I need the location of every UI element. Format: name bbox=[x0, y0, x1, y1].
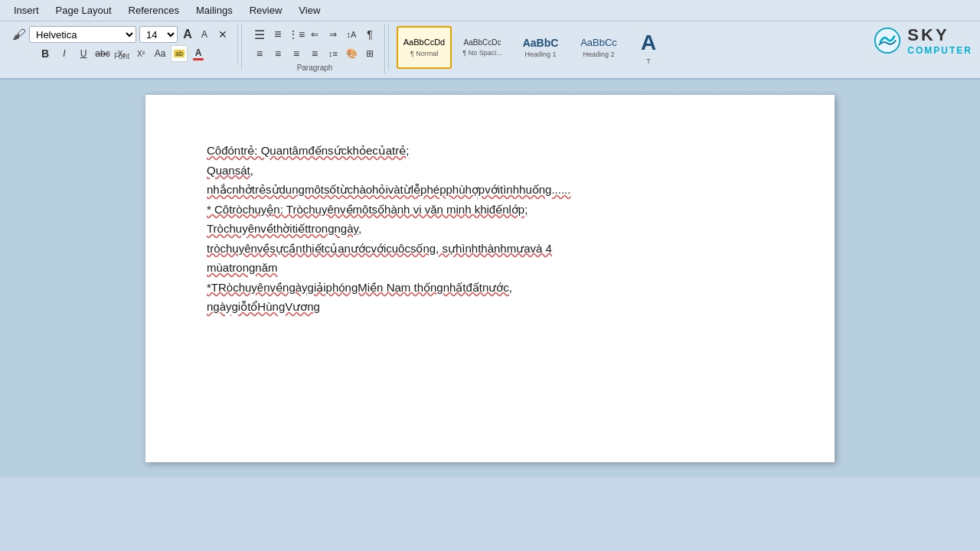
paragraph-styles-divider bbox=[388, 24, 389, 70]
bullet-list-btn[interactable]: ☰ bbox=[251, 26, 268, 43]
font-size-select[interactable]: 14 891011 12161824 bbox=[139, 26, 178, 43]
font-paragraph-divider bbox=[241, 24, 242, 70]
style-title-preview: A bbox=[641, 30, 656, 56]
styles-group: AaBbCcDd ¶ Normal AaBbCcDc ¶ No Spaci...… bbox=[392, 24, 672, 70]
menu-page-layout[interactable]: Page Layout bbox=[48, 3, 119, 18]
borders-btn[interactable]: ⊞ bbox=[361, 45, 378, 62]
menu-references[interactable]: References bbox=[121, 3, 187, 18]
shading-btn[interactable]: 🎨 bbox=[343, 45, 360, 62]
font-size-decrease-btn[interactable]: A bbox=[198, 28, 211, 41]
doc-line-0: Côđóntrẻ: Quantâmđếnsứckhỏecủatrẻ; bbox=[207, 141, 773, 161]
font-group: 🖌 Helvetica Arial Times New Roman 14 891… bbox=[6, 24, 238, 64]
document-page[interactable]: Côđóntrẻ: Quantâmđếnsứckhỏecủatrẻ; Quans… bbox=[145, 95, 835, 462]
style-heading1[interactable]: AaBbC Heading 1 bbox=[513, 26, 568, 69]
doc-line-7: *TRòchuyênvềngàygiảiphóngMiền Nam thốngn… bbox=[207, 278, 773, 298]
align-left-btn[interactable]: ≡ bbox=[251, 45, 268, 62]
doc-line-2: nhắcnhởtrẻsửdungmôtsốtừchàohỏivàtừlễphép… bbox=[207, 180, 773, 200]
doc-line-1: Quansát, bbox=[207, 161, 773, 181]
style-h2-preview: AaBbCc bbox=[580, 37, 617, 49]
doc-line-5: tròchuyênvềsựcầnthiếtcủanướcvớicuôcsống,… bbox=[207, 239, 773, 259]
style-title[interactable]: A T bbox=[629, 26, 668, 69]
show-marks-btn[interactable]: ¶ bbox=[361, 26, 378, 43]
logo-area: SKY COMPUTER bbox=[874, 25, 972, 56]
numbered-list-btn[interactable]: ≡ bbox=[270, 26, 286, 43]
menu-view[interactable]: View bbox=[291, 3, 328, 18]
style-h2-label: Heading 2 bbox=[583, 51, 614, 58]
style-normal-label: ¶ Normal bbox=[410, 50, 438, 57]
style-nospace-preview: AaBbCcDc bbox=[464, 38, 501, 47]
align-right-btn[interactable]: ≡ bbox=[288, 45, 305, 62]
justify-btn[interactable]: ≡ bbox=[306, 45, 323, 62]
font-group-label: Font bbox=[6, 52, 237, 60]
align-center-btn[interactable]: ≡ bbox=[270, 45, 286, 62]
style-heading2[interactable]: AaBbCc Heading 2 bbox=[571, 26, 626, 69]
style-no-spacing[interactable]: AaBbCcDc ¶ No Spaci... bbox=[455, 26, 510, 69]
doc-line-4: Tròchuyênvềthờitiếttrongngày, bbox=[207, 219, 773, 239]
style-title-label: T bbox=[646, 57, 651, 65]
font-size-increase-btn[interactable]: A bbox=[181, 28, 194, 41]
style-h1-preview: AaBbC bbox=[523, 37, 559, 50]
paragraph-group-label: Paragraph bbox=[297, 64, 333, 72]
line-spacing-btn[interactable]: ↕≡ bbox=[325, 45, 341, 62]
paragraph-group: ☰ ≡ ⋮≡ ⇐ ⇒ ↕A ¶ ≡ ≡ ≡ ≡ ↕≡ 🎨 ⊞ Paragraph bbox=[245, 24, 385, 73]
logo-text-group: SKY COMPUTER bbox=[907, 25, 972, 56]
format-painter-icon[interactable]: 🖌 bbox=[12, 27, 26, 43]
increase-indent-btn[interactable]: ⇒ bbox=[325, 26, 341, 43]
menu-mailings[interactable]: Mailings bbox=[188, 3, 240, 18]
style-normal[interactable]: AaBbCcDd ¶ Normal bbox=[397, 26, 452, 69]
menu-insert[interactable]: Insert bbox=[6, 3, 47, 18]
menu-bar: Insert Page Layout References Mailings R… bbox=[0, 0, 980, 21]
doc-line-8: ngàygiỗtổHùngVương bbox=[207, 297, 773, 317]
clear-format-btn[interactable]: ✕ bbox=[214, 26, 231, 43]
doc-area: Côđóntrẻ: Quantâmđếnsứckhỏecủatrẻ; Quans… bbox=[0, 80, 980, 478]
logo-computer: COMPUTER bbox=[907, 45, 972, 56]
doc-line-3: * Côtròchuyện: Tròchuyênvềmôtsốhành vi v… bbox=[207, 200, 773, 220]
multilevel-list-btn[interactable]: ⋮≡ bbox=[288, 26, 305, 43]
style-h1-label: Heading 1 bbox=[524, 51, 556, 58]
logo-sky: SKY bbox=[907, 25, 972, 45]
menu-review[interactable]: Review bbox=[242, 3, 290, 18]
doc-line-6: mùatrongnăm bbox=[207, 258, 773, 278]
decrease-indent-btn[interactable]: ⇐ bbox=[306, 26, 323, 43]
style-normal-preview: AaBbCcDd bbox=[403, 37, 445, 47]
style-nospace-label: ¶ No Spaci... bbox=[462, 49, 501, 57]
font-name-select[interactable]: Helvetica Arial Times New Roman bbox=[29, 26, 136, 43]
sky-logo-icon bbox=[874, 27, 901, 54]
sort-btn[interactable]: ↕A bbox=[343, 26, 360, 43]
ribbon: 🖌 Helvetica Arial Times New Roman 14 891… bbox=[0, 21, 980, 80]
